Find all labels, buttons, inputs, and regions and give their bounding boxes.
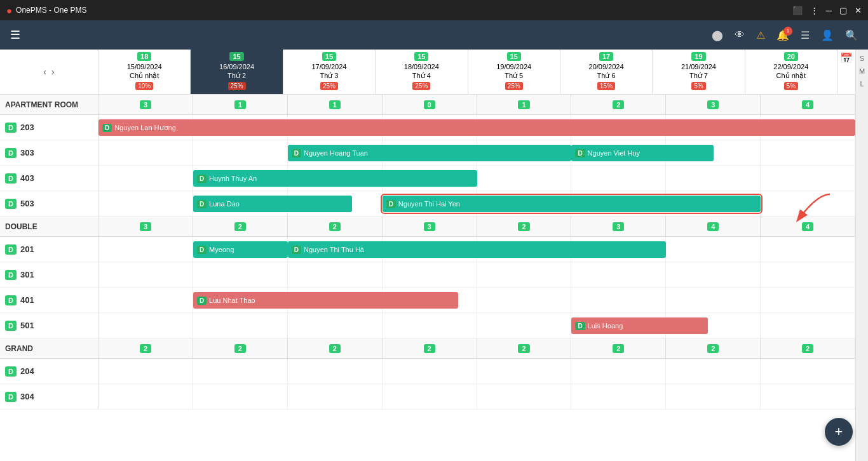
room-info-303: D 303 — [0, 140, 98, 165]
date-text-3: 18/09/2024Thứ 4 — [377, 62, 466, 81]
booking-303-nguyen-viet-huy[interactable]: D Nguyen Viet Huy — [571, 145, 713, 161]
room-info-203: D 203 — [0, 115, 98, 140]
date-col-7[interactable]: 20 22/09/2024Chủ nhật 5% — [745, 50, 837, 94]
room-grid-203: D Nguyen Lan Hương — [98, 115, 855, 140]
room-grid-304 — [98, 384, 855, 409]
occ-badge-0: 10% — [135, 82, 153, 90]
room-number-401: 401 — [20, 295, 34, 305]
category-cells-double: 3 2 2 3 2 3 4 4 — [98, 217, 855, 236]
room-grid-401: D Luu Nhat Thao — [98, 288, 855, 312]
app-logo-icon: ● — [6, 5, 12, 16]
hamburger-menu[interactable]: ☰ — [10, 28, 20, 42]
close-icon[interactable]: ✕ — [855, 6, 862, 15]
person-icon[interactable]: 👤 — [821, 29, 834, 41]
date-header-row: ‹ › 18 15/09/2024Chủ nhật 10% 15 16/09/2… — [0, 50, 855, 95]
calendar-body: APARTMENT ROOM 3 1 1 0 1 2 3 4 D 203 — [0, 95, 855, 461]
bell-icon[interactable]: 🔔 1 — [776, 29, 789, 41]
header-bar: ☰ ⬤ 👁 ⚠ 🔔 1 ☰ 👤 🔍 — [0, 20, 868, 50]
date-col-3[interactable]: 15 18/09/2024Thứ 4 25% — [376, 50, 468, 94]
occ-badge-1: 25% — [228, 82, 246, 90]
booking-401-luu-nhat-thao[interactable]: D Luu Nhat Thao — [193, 292, 458, 309]
booking-303-nguyen-hoang-tuan[interactable]: D Nguyen Hoang Tuan — [288, 145, 572, 161]
sidebar-right-l[interactable]: L — [860, 80, 864, 88]
calendar-area: ‹ › 18 15/09/2024Chủ nhật 10% 15 16/09/2… — [0, 50, 855, 461]
header-right: ⬤ 👁 ⚠ 🔔 1 ☰ 👤 🔍 — [712, 29, 858, 41]
occ-badge-7: 5% — [784, 82, 798, 90]
booking-503-nguyen-thi-hai-yen[interactable]: D Nguyen Thi Hai Yen — [383, 196, 761, 212]
room-row-403: D 403 D Huynh Thuy An — [0, 166, 855, 191]
date-col-5[interactable]: 17 20/09/2024Thứ 6 15% — [560, 50, 653, 94]
category-label-double: DOUBLE — [0, 217, 98, 236]
room-type-badge-304: D — [5, 392, 17, 402]
booking-403-huynh-thuy-an[interactable]: D Huynh Thuy An — [193, 170, 477, 187]
room-number-303: 303 — [20, 148, 34, 157]
date-col-1[interactable]: 15 16/09/2024Thứ 2 25% — [191, 50, 283, 94]
room-number-304: 304 — [20, 392, 34, 401]
room-info-501: D 501 — [0, 313, 98, 338]
room-number-501: 501 — [20, 321, 34, 330]
date-badge-1: 15 — [229, 52, 243, 61]
category-label-grand: GRAND — [0, 338, 98, 358]
room-row-301: D 301 — [0, 262, 855, 288]
room-row-501: D 501 D Luis Hoang — [0, 313, 855, 338]
room-row-201: D 201 D Myeong D Nguyen Thi Thu Hà — [0, 237, 855, 262]
room-grid-501: D Luis Hoang — [98, 313, 855, 338]
webcam-icon[interactable]: ⬤ — [712, 29, 723, 41]
room-number-203: 203 — [20, 123, 34, 132]
cat-cell-apt-1: 1 — [193, 95, 288, 114]
booking-503-luna-dao[interactable]: D Luna Dao — [193, 196, 352, 212]
app-title: ● OnePMS - One PMS — [6, 5, 86, 16]
date-col-2[interactable]: 15 17/09/2024Thứ 3 25% — [283, 50, 376, 94]
room-info-403: D 403 — [0, 166, 98, 190]
room-type-badge-203: D — [5, 123, 17, 133]
room-type-badge-503: D — [5, 199, 17, 209]
room-row-503: D 503 D Luna Dao D Nguyen Thi Hai Yen — [0, 191, 855, 217]
room-grid-204 — [98, 359, 855, 384]
calendar-icon[interactable]: 📅 — [837, 50, 855, 94]
date-badge-3: 15 — [414, 52, 428, 61]
room-grid-403: D Huynh Thuy An — [98, 166, 855, 190]
room-number-503: 503 — [20, 199, 34, 208]
maximize-icon[interactable]: ▢ — [839, 6, 847, 15]
more-icon[interactable]: ⋮ — [810, 6, 818, 15]
room-type-badge-401: D — [5, 295, 17, 305]
date-text-7: 22/09/2024Chủ nhật — [747, 62, 836, 81]
booking-203-nguyen-lan-huong[interactable]: D Nguyen Lan Hương — [98, 119, 855, 136]
video-icon[interactable]: ⬛ — [792, 6, 803, 15]
date-col-4[interactable]: 15 19/09/2024Thứ 5 25% — [468, 50, 560, 94]
room-number-201: 201 — [20, 244, 34, 254]
date-col-6[interactable]: 19 21/09/2024Thứ 7 5% — [653, 50, 745, 94]
eye-icon[interactable]: 👁 — [735, 29, 745, 41]
booking-501-luis-hoang[interactable]: D Luis Hoang — [571, 317, 707, 334]
room-row-401: D 401 D Luu Nhat Thao — [0, 288, 855, 313]
bell-badge: 1 — [783, 27, 792, 36]
search-icon[interactable]: 🔍 — [845, 29, 858, 41]
room-number-403: 403 — [20, 173, 34, 183]
room-grid-201: D Myeong D Nguyen Thi Thu Hà — [98, 237, 855, 262]
date-text-4: 19/09/2024Thứ 5 — [470, 62, 559, 81]
sidebar-right-m[interactable]: M — [859, 67, 865, 75]
room-type-badge-501: D — [5, 321, 17, 331]
cat-cell-apt-2: 1 — [288, 95, 383, 114]
sidebar-right-s[interactable]: S — [860, 55, 864, 62]
room-info-204: D 204 — [0, 359, 98, 384]
lines-icon[interactable]: ☰ — [801, 29, 810, 41]
room-info-201: D 201 — [0, 237, 98, 262]
date-col-0[interactable]: 18 15/09/2024Chủ nhật 10% — [98, 50, 191, 94]
alert-icon[interactable]: ⚠ — [756, 29, 765, 41]
booking-201-nguyen-thi-thu-ha[interactable]: D Nguyen Thi Thu Hà — [288, 241, 667, 258]
prev-nav-button[interactable]: ‹ — [41, 65, 49, 78]
cat-cell-apt-4: 1 — [477, 95, 572, 114]
app-title-text: OnePMS - One PMS — [16, 6, 86, 15]
room-info-401: D 401 — [0, 288, 98, 312]
cat-cell-apt-7: 4 — [761, 95, 855, 114]
room-type-badge-301: D — [5, 270, 17, 280]
minimize-icon[interactable]: ─ — [826, 6, 832, 15]
next-nav-button[interactable]: › — [49, 65, 57, 78]
room-info-503: D 503 — [0, 191, 98, 216]
cat-cell-apt-5: 2 — [571, 95, 666, 114]
room-info-301: D 301 — [0, 262, 98, 287]
booking-201-myeong[interactable]: D Myeong — [193, 241, 288, 258]
fab-add-button[interactable]: + — [825, 418, 853, 446]
room-grid-503: D Luna Dao D Nguyen Thi Hai Yen — [98, 191, 855, 216]
